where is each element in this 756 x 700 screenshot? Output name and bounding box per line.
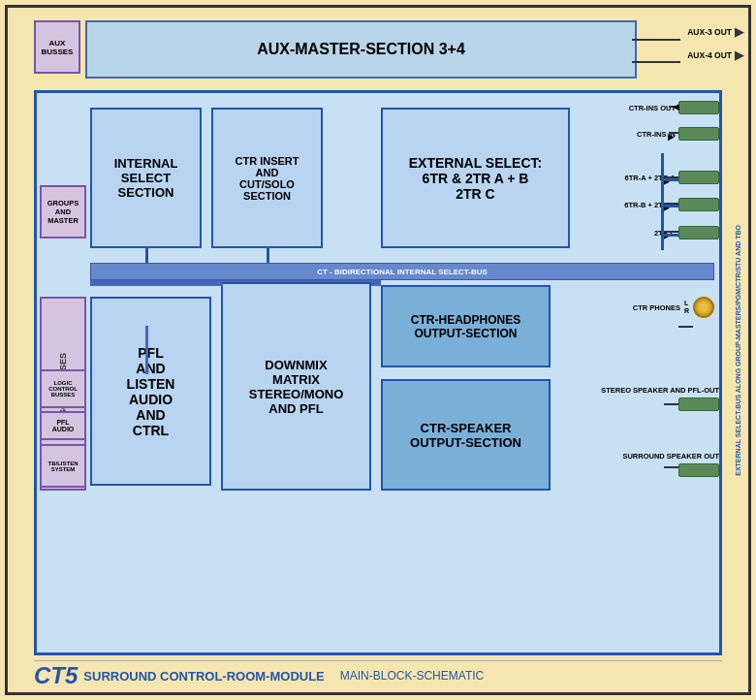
speaker-line-2 bbox=[664, 466, 678, 468]
logic-control-box: LOGIC CONTROL BUSSES bbox=[40, 369, 86, 408]
aux3-out-label: AUX-3 OUT bbox=[687, 27, 732, 37]
pfl-to-downmix-v-line bbox=[145, 326, 148, 374]
internal-to-bus-line bbox=[145, 248, 148, 263]
ctr-insert-label: CTR INSERT AND CUT/SOLO SECTION bbox=[236, 155, 299, 202]
ctr-to-bus-line bbox=[267, 248, 269, 263]
pfl-listen-box: PFL AND LISTEN AUDIO AND CTRL bbox=[90, 297, 211, 486]
ctr-ins-in-connector bbox=[678, 127, 719, 141]
aux-master-section: AUX-MASTER-SECTION 3+4 bbox=[85, 20, 637, 79]
footer: CT5 SURROUND CONTROL-ROOM-MODULE MAIN-BL… bbox=[34, 660, 722, 687]
stereo-speaker-label: STEREO SPEAKER AND PFL-OUT bbox=[601, 386, 719, 395]
aux4-out-label: AUX-4 OUT bbox=[687, 50, 732, 60]
logic-control-label: LOGIC CONTROL BUSSES bbox=[48, 380, 78, 398]
internal-select-label: INTERNAL SELECT SECTION bbox=[114, 156, 178, 200]
tb-listen-label: TB/LISTEN SYSTEM bbox=[48, 461, 79, 472]
groups-master-label: GROUPS AND MASTER bbox=[47, 199, 79, 225]
aux-busses-box: AUX BUSSES bbox=[34, 20, 80, 74]
bidi-bus-bar: CT - BIDIRECTIONAL INTERNAL SELECT-BUS bbox=[90, 263, 714, 280]
bidi-bus-label: CT - BIDIRECTIONAL INTERNAL SELECT-BUS bbox=[317, 268, 488, 276]
right-side-label: EXTERNAL SELECT-BUS ALONG GROUP-MASTERS/… bbox=[727, 8, 748, 692]
ctr-phones-output: CTR PHONES L R bbox=[633, 297, 714, 318]
phones-h-line bbox=[678, 326, 693, 328]
external-select-box: EXTERNAL SELECT: 6TR & 2TR A + B 2TR C bbox=[381, 108, 570, 248]
ctr-headphones-box: CTR-HEADPHONES OUTPUT-SECTION bbox=[381, 285, 551, 367]
tb-listen-box: TB/LISTEN SYSTEM bbox=[40, 444, 86, 488]
h-line-2tr-c bbox=[664, 234, 678, 237]
6tr-a-connector bbox=[678, 171, 719, 184]
ctr-ins-in-row: CTR-INS IN bbox=[637, 127, 719, 141]
ctr-ins-in-arrow-line: ▶ bbox=[669, 132, 678, 134]
ctr-headphones-label: CTR-HEADPHONES OUTPUT-SECTION bbox=[411, 313, 520, 340]
right-label-text: EXTERNAL SELECT-BUS ALONG GROUP-MASTERS/… bbox=[735, 225, 741, 476]
groups-master-box: GROUPS AND MASTER bbox=[40, 185, 86, 239]
footer-title: SURROUND CONTROL-ROOM-MODULE bbox=[83, 669, 324, 684]
to-downmix-h-line bbox=[145, 280, 223, 286]
ctr-phones-label: CTR PHONES bbox=[633, 303, 680, 312]
ctr-ins-out-label: CTR-INS OUT bbox=[629, 104, 676, 112]
aux-master-label: AUX-MASTER-SECTION 3+4 bbox=[257, 41, 465, 58]
6tr-b-connector bbox=[678, 198, 719, 211]
pfl-audio-box: PFL AUDIO bbox=[40, 411, 86, 440]
ctr-speaker-box: CTR-SPEAKER OUTPUT-SECTION bbox=[381, 379, 551, 491]
h-line-6tr-b bbox=[664, 205, 678, 207]
speaker-line-1 bbox=[664, 403, 678, 405]
surround-speaker-connector bbox=[678, 463, 719, 477]
aux4-line bbox=[632, 61, 680, 63]
surround-speaker-area: SURROUND SPEAKER OUT bbox=[622, 452, 719, 477]
surround-speaker-label: SURROUND SPEAKER OUT bbox=[622, 452, 719, 461]
ctr-speaker-label: CTR-SPEAKER OUTPUT-SECTION bbox=[410, 421, 521, 450]
phones-jack-symbol bbox=[693, 297, 714, 318]
footer-subtitle: MAIN-BLOCK-SCHEMATIC bbox=[340, 669, 484, 683]
middle-block: GROUPS AND MASTER INTERNAL SELECT SECTIO… bbox=[34, 90, 722, 655]
downmix-box: DOWNMIX MATRIX STEREO/MONO AND PFL bbox=[221, 282, 371, 491]
stereo-speaker-area: STEREO SPEAKER AND PFL-OUT bbox=[601, 386, 719, 411]
pfl-listen-label: PFL AND LISTEN AUDIO AND CTRL bbox=[127, 345, 175, 438]
footer-brand: CT5 bbox=[34, 662, 78, 689]
2tr-c-line: ▶ bbox=[664, 231, 678, 233]
ctr-ins-out-connector bbox=[678, 101, 719, 114]
left-side-labels bbox=[8, 8, 29, 692]
phones-lr-label: L R bbox=[684, 300, 689, 314]
ctr-insert-box: CTR INSERT AND CUT/SOLO SECTION bbox=[211, 108, 323, 248]
external-select-label: EXTERNAL SELECT: 6TR & 2TR A + B 2TR C bbox=[409, 155, 542, 202]
ctr-ins-out-arrow-line: ◀ bbox=[669, 106, 678, 108]
pfl-audio-label: PFL AUDIO bbox=[52, 419, 75, 432]
aux3-line bbox=[632, 39, 680, 41]
h-line-6tr-a bbox=[664, 178, 678, 181]
internal-select-box: INTERNAL SELECT SECTION bbox=[90, 108, 202, 248]
stereo-speaker-connector bbox=[678, 398, 719, 411]
aux-busses-label: AUX BUSSES bbox=[42, 39, 74, 56]
main-container: EXTERNAL SELECT-BUS ALONG GROUP-MASTERS/… bbox=[5, 5, 751, 695]
2tr-c-connector bbox=[678, 226, 719, 239]
downmix-label: DOWNMIX MATRIX STEREO/MONO AND PFL bbox=[249, 358, 344, 416]
